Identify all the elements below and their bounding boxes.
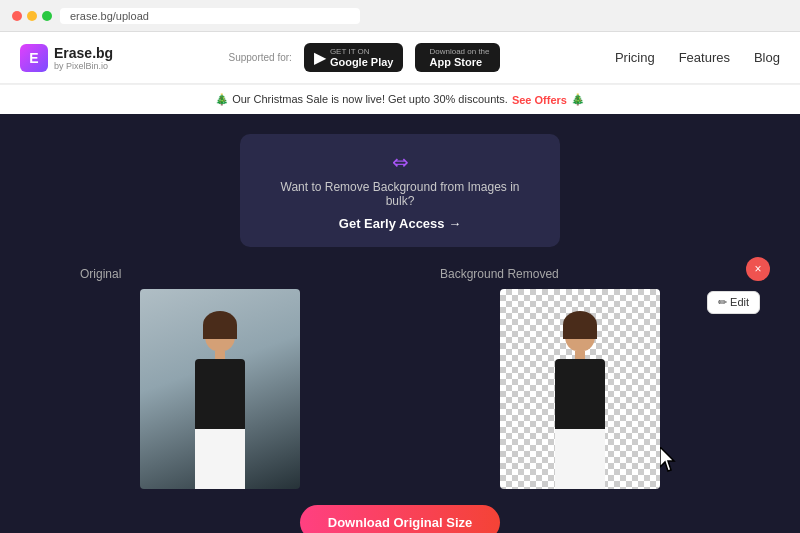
fig-bottom-r (555, 429, 605, 489)
girl-figure-original (195, 315, 245, 489)
nav-right: Pricing Features Blog (615, 50, 780, 65)
edit-button[interactable]: ✏ Edit (707, 291, 760, 314)
fig-neck-r (575, 351, 585, 359)
browser-bar: erase.bg/upload (0, 0, 800, 32)
girl-figure-removed (555, 315, 605, 489)
fig-neck (215, 351, 225, 359)
google-play-text: GET IT ON Google Play (330, 47, 394, 68)
app-store-badge[interactable]: Download on the App Store (415, 43, 499, 72)
fig-hair-r (563, 311, 597, 339)
bulk-text: Want to Remove Background from Images in… (270, 180, 530, 208)
app-store-text: Download on the App Store (429, 47, 489, 68)
images-section: × Original Background Removed (40, 267, 760, 489)
dot-red[interactable] (12, 11, 22, 21)
fig-head-r (565, 315, 595, 351)
google-play-badge[interactable]: ▶ GET IT ON Google Play (304, 43, 404, 72)
nav-blog[interactable]: Blog (754, 50, 780, 65)
fig-bottom (195, 429, 245, 489)
christmas-banner: 🎄 Our Christmas Sale is now live! Get up… (0, 84, 800, 114)
christmas-text: 🎄 Our Christmas Sale is now live! Get up… (215, 93, 508, 106)
removed-image (500, 289, 660, 489)
logo-text-area: Erase.bg by PixelBin.io (54, 45, 113, 71)
logo-sub: by PixelBin.io (54, 61, 113, 71)
address-bar[interactable]: erase.bg/upload (60, 8, 360, 24)
download-button[interactable]: Download Original Size (300, 505, 500, 533)
nav-center: Supported for: ▶ GET IT ON Google Play D… (229, 43, 500, 72)
logo-icon: E (20, 44, 48, 72)
dot-green[interactable] (42, 11, 52, 21)
bulk-icon: ⇔ (270, 150, 530, 174)
close-button[interactable]: × (746, 257, 770, 281)
original-panel: Original (40, 267, 400, 489)
christmas-emoji-after: 🎄 (571, 93, 585, 106)
removed-label: Background Removed (440, 267, 559, 281)
main-content: ⇔ Want to Remove Background from Images … (0, 114, 800, 533)
nav-features[interactable]: Features (679, 50, 730, 65)
see-offers-link[interactable]: See Offers (512, 94, 567, 106)
logo-area: E Erase.bg by PixelBin.io (20, 44, 113, 72)
google-play-icon: ▶ (314, 48, 326, 67)
dot-yellow[interactable] (27, 11, 37, 21)
fig-hair (203, 311, 237, 339)
fig-top-r (555, 359, 605, 429)
nav-pricing[interactable]: Pricing (615, 50, 655, 65)
bulk-cta[interactable]: Get Early Access → (270, 216, 530, 231)
logo-main: Erase.bg (54, 45, 113, 61)
bottom-section: Download Original Size Rate this result:… (300, 505, 500, 533)
browser-dots (12, 11, 52, 21)
fig-head (205, 315, 235, 351)
fig-top (195, 359, 245, 429)
original-label: Original (80, 267, 121, 281)
nav-header: E Erase.bg by PixelBin.io Supported for:… (0, 32, 800, 84)
supported-text: Supported for: (229, 52, 292, 63)
bulk-banner: ⇔ Want to Remove Background from Images … (240, 134, 560, 247)
original-image (140, 289, 300, 489)
